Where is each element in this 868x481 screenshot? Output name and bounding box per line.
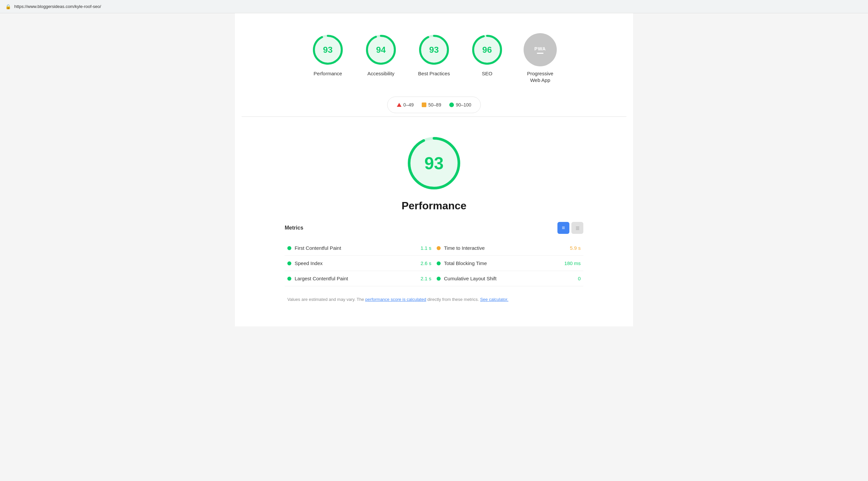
high-icon bbox=[449, 102, 454, 107]
metric-value-tbt: 180 ms bbox=[564, 260, 581, 266]
metric-name-fcp: First Contentful Paint bbox=[294, 245, 417, 251]
metric-row-si: Speed Index 2.6 s bbox=[285, 256, 434, 271]
pwa-circle: PWA bbox=[524, 33, 557, 66]
score-label-best-practices: Best Practices bbox=[418, 70, 450, 77]
metric-value-si: 2.6 s bbox=[421, 260, 431, 266]
performance-score-link[interactable]: performance score is calculated bbox=[365, 297, 426, 302]
mid-icon bbox=[422, 102, 426, 107]
metric-name-tbt: Total Blocking Time bbox=[444, 260, 561, 266]
list-view-button[interactable]: ≡ bbox=[557, 222, 569, 234]
gauge-accessibility: 94 bbox=[364, 33, 398, 66]
pwa-label: PWA bbox=[534, 46, 546, 52]
metric-value-tti: 5.9 s bbox=[570, 245, 581, 251]
metrics-header: Metrics ≡ ≣ bbox=[285, 222, 583, 234]
metric-dot-tti bbox=[437, 246, 441, 250]
metric-row-cls: Cumulative Layout Shift 0 bbox=[434, 271, 583, 286]
gauge-number-seo: 96 bbox=[483, 45, 492, 55]
gauge-best-practices: 93 bbox=[417, 33, 451, 66]
metric-value-cls: 0 bbox=[578, 276, 581, 281]
lock-icon: 🔒 bbox=[5, 4, 11, 9]
view-toggle: ≡ ≣ bbox=[557, 222, 583, 234]
legend-low: 0–49 bbox=[397, 102, 414, 107]
main-content: 93 Performance 94 Accessibility 93 Best … bbox=[235, 13, 633, 326]
pwa-score-item: PWA ProgressiveWeb App bbox=[524, 33, 557, 83]
metric-dot-fcp bbox=[287, 246, 291, 250]
metrics-section: Metrics ≡ ≣ First Contentful Paint 1.1 s… bbox=[285, 222, 583, 307]
metric-name-cls: Cumulative Layout Shift bbox=[444, 276, 575, 281]
legend-low-label: 0–49 bbox=[403, 102, 414, 107]
metrics-grid: First Contentful Paint 1.1 s Time to Int… bbox=[285, 241, 583, 286]
legend-high-label: 90–100 bbox=[456, 102, 471, 107]
metric-value-fcp: 1.1 s bbox=[421, 245, 431, 251]
score-item-seo: 96 SEO bbox=[470, 33, 504, 77]
performance-title: Performance bbox=[401, 200, 467, 212]
bar-view-button[interactable]: ≣ bbox=[571, 222, 583, 234]
metric-row-fcp: First Contentful Paint 1.1 s bbox=[285, 241, 434, 256]
gauge-performance: 93 bbox=[311, 33, 344, 66]
metric-row-tbt: Total Blocking Time 180 ms bbox=[434, 256, 583, 271]
metric-name-lcp: Largest Contentful Paint bbox=[294, 276, 417, 281]
performance-section: 93 Performance Metrics ≡ ≣ First Content… bbox=[242, 120, 626, 313]
pwa-score-label: ProgressiveWeb App bbox=[527, 70, 553, 83]
legend-mid: 50–89 bbox=[422, 102, 441, 107]
url-bar[interactable]: https://www.bloggersideas.com/kyle-roof-… bbox=[14, 4, 101, 9]
footer-text-before: Values are estimated and may vary. The bbox=[287, 297, 365, 302]
metric-name-si: Speed Index bbox=[294, 260, 417, 266]
browser-bar: 🔒 https://www.bloggersideas.com/kyle-roo… bbox=[0, 0, 868, 13]
metric-value-lcp: 2.1 s bbox=[421, 276, 431, 281]
metric-dot-cls bbox=[437, 277, 441, 281]
score-item-performance: 93 Performance bbox=[311, 33, 344, 77]
metric-dot-si bbox=[287, 261, 291, 265]
score-label-seo: SEO bbox=[482, 70, 492, 77]
gauge-seo: 96 bbox=[470, 33, 504, 66]
big-gauge: 93 bbox=[404, 133, 464, 193]
footer-text-middle: directly from these metrics. bbox=[426, 297, 480, 302]
legend-mid-label: 50–89 bbox=[428, 102, 441, 107]
list-icon: ≡ bbox=[562, 225, 565, 231]
metrics-heading: Metrics bbox=[285, 225, 303, 231]
bar-icon: ≣ bbox=[575, 225, 580, 231]
legend-high: 90–100 bbox=[449, 102, 471, 107]
score-item-accessibility: 94 Accessibility bbox=[364, 33, 398, 77]
footer-note: Values are estimated and may vary. The p… bbox=[285, 293, 583, 307]
gauge-number-accessibility: 94 bbox=[376, 45, 386, 55]
big-gauge-number: 93 bbox=[424, 153, 444, 173]
metric-row-tti: Time to Interactive 5.9 s bbox=[434, 241, 583, 256]
metric-dot-lcp bbox=[287, 277, 291, 281]
gauge-number-performance: 93 bbox=[323, 45, 333, 55]
low-icon bbox=[397, 103, 401, 107]
score-label-accessibility: Accessibility bbox=[367, 70, 395, 77]
section-divider bbox=[242, 117, 626, 117]
score-item-best-practices: 93 Best Practices bbox=[417, 33, 451, 77]
score-label-performance: Performance bbox=[314, 70, 342, 77]
metric-row-lcp: Largest Contentful Paint 2.1 s bbox=[285, 271, 434, 286]
gauge-number-best-practices: 93 bbox=[429, 45, 439, 55]
see-calculator-link[interactable]: See calculator. bbox=[480, 297, 508, 302]
pwa-dash bbox=[537, 53, 544, 54]
scores-row: 93 Performance 94 Accessibility 93 Best … bbox=[242, 27, 626, 93]
legend-bar: 0–49 50–89 90–100 bbox=[387, 97, 481, 113]
metric-dot-tbt bbox=[437, 261, 441, 265]
metric-name-tti: Time to Interactive bbox=[444, 245, 566, 251]
